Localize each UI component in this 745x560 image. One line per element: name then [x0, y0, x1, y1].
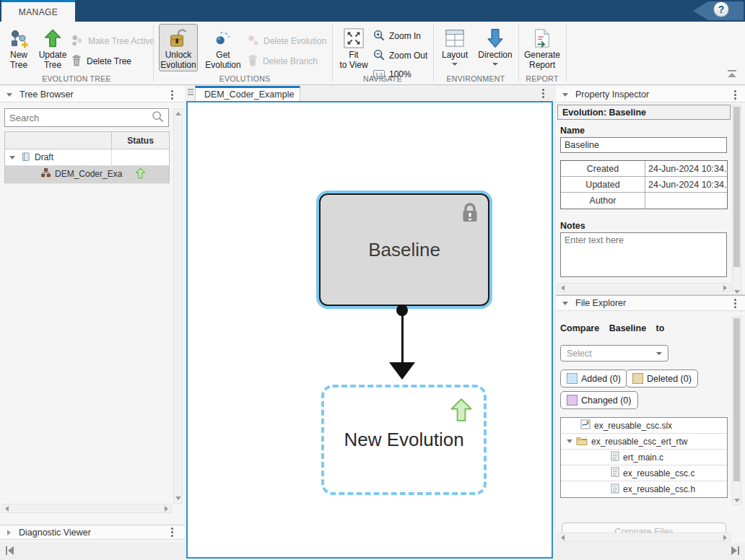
- evolution-canvas[interactable]: Baseline New Evolution: [186, 101, 553, 559]
- collapse-ribbon-arrow-icon: [728, 73, 736, 77]
- file-row-csc-c[interactable]: ex_reusable_csc.c: [561, 465, 727, 481]
- scroll-down-icon[interactable]: [734, 290, 740, 294]
- search-input[interactable]: [5, 113, 152, 123]
- file-row-csc-h[interactable]: ex_reusable_csc.h: [561, 481, 727, 497]
- generate-report-label-2: Report: [529, 60, 555, 70]
- name-input[interactable]: Baseline: [560, 137, 727, 153]
- changed-filter-button[interactable]: Changed (0): [560, 391, 638, 409]
- table-row: Author: [561, 193, 727, 209]
- generate-report-button[interactable]: Generate Report: [522, 24, 562, 71]
- notes-textarea[interactable]: [561, 233, 726, 276]
- collapse-file-explorer-icon[interactable]: [562, 302, 568, 305]
- deleted-swatch-icon: [632, 373, 643, 384]
- new-tree-button[interactable]: New Tree: [4, 24, 33, 71]
- direction-dropdown-button[interactable]: Direction: [475, 24, 515, 76]
- direction-label: Direction: [478, 50, 512, 60]
- scroll-right-icon[interactable]: [165, 506, 168, 512]
- get-evolution-button[interactable]: Get Evolution: [204, 24, 242, 71]
- scroll-right-icon[interactable]: [723, 535, 727, 541]
- expand-draft-icon[interactable]: [9, 156, 15, 159]
- delete-tree-button[interactable]: Delete Tree: [71, 53, 131, 69]
- section-evolution-tree: EVOLUTION TREE: [0, 74, 153, 83]
- section-navigate: NAVIGATE: [332, 74, 433, 83]
- unlock-evolution-button[interactable]: Unlock Evolution: [159, 24, 198, 71]
- diagnostic-viewer-title: Diagnostic Viewer: [19, 528, 91, 538]
- created-value: 24-Jun-2024 10:34...: [645, 161, 727, 176]
- fit-to-view-icon: [344, 27, 364, 50]
- scroll-left-icon[interactable]: [5, 506, 9, 512]
- file-row-ert-main[interactable]: ert_main.c: [561, 450, 727, 465]
- collapse-left-panel-icon[interactable]: [6, 546, 14, 555]
- tab-manage[interactable]: MANAGE: [1, 0, 75, 22]
- file-row-folder[interactable]: ex_reusable_csc_ert_rtw: [561, 434, 727, 450]
- author-value[interactable]: [645, 193, 727, 209]
- new-tree-label-1: New: [10, 50, 27, 60]
- baseline-node[interactable]: Baseline: [319, 193, 489, 306]
- scrollbar-thumb[interactable]: [733, 107, 740, 267]
- scroll-left-icon[interactable]: [561, 285, 565, 291]
- update-arrow-icon: [449, 396, 474, 426]
- help-button[interactable]: ?: [713, 1, 729, 17]
- status-updated-icon: [135, 167, 146, 181]
- right-bottom-strip: [556, 543, 745, 560]
- collapse-property-inspector-icon[interactable]: [562, 93, 568, 97]
- scrollbar-thumb[interactable]: [733, 318, 740, 481]
- file-name: ert_main.c: [623, 452, 663, 463]
- table-row: Created 24-Jun-2024 10:34...: [561, 161, 727, 177]
- tabbar-grip-icon[interactable]: [188, 89, 193, 95]
- changed-swatch-icon: [567, 395, 578, 406]
- collapse-right-panel-icon[interactable]: [731, 546, 739, 555]
- property-inspector-title: Property Inspector: [575, 89, 649, 100]
- document-tab[interactable]: DEM_Coder_Example: [195, 86, 300, 101]
- scroll-up-icon[interactable]: [175, 112, 181, 115]
- collapse-ribbon-button[interactable]: [726, 70, 738, 79]
- zoom-out-button[interactable]: Zoom Out: [373, 48, 427, 64]
- compare-word: to: [656, 323, 665, 333]
- scroll-right-icon[interactable]: [723, 285, 727, 291]
- scroll-down-icon[interactable]: [734, 499, 740, 502]
- property-inspector-hscrollbar[interactable]: [557, 283, 731, 292]
- tree-browser-menu-icon[interactable]: [171, 90, 173, 100]
- ribbon-divider: [566, 25, 567, 82]
- scroll-down-icon[interactable]: [175, 496, 181, 500]
- name-field-label: Name: [560, 126, 585, 136]
- tree-row-draft[interactable]: Draft: [5, 149, 169, 166]
- tree-browser-vscrollbar[interactable]: [173, 108, 183, 504]
- fit-to-view-button[interactable]: Fit to View: [338, 24, 370, 71]
- search-icon[interactable]: [152, 110, 164, 125]
- layout-caret-icon: [452, 63, 458, 66]
- new-evolution-node[interactable]: New Evolution: [321, 385, 487, 495]
- added-filter-button[interactable]: Added (0): [560, 369, 627, 388]
- expand-diagnostic-viewer-icon[interactable]: [7, 530, 11, 535]
- select-placeholder: Select: [567, 349, 592, 359]
- collapse-panel-icon[interactable]: [6, 93, 12, 97]
- property-inspector-menu-icon[interactable]: [734, 90, 736, 100]
- delete-branch-trash-icon: [247, 54, 258, 69]
- delete-branch-button[interactable]: Delete Branch: [247, 53, 318, 69]
- ribbon-divider: [433, 25, 434, 82]
- tree-column-status: Status: [112, 132, 169, 149]
- zoom-in-button[interactable]: Zoom In: [373, 28, 421, 44]
- simulink-model-icon: [580, 419, 591, 432]
- layout-label: Layout: [442, 50, 468, 60]
- property-inspector-vscrollbar[interactable]: [732, 105, 741, 297]
- layout-dropdown-button[interactable]: Layout: [437, 24, 472, 76]
- update-tree-button[interactable]: Update Tree: [36, 24, 69, 71]
- diagnostic-viewer-header: Diagnostic Viewer: [0, 525, 185, 540]
- tree-row-dem-coder[interactable]: DEM_Coder_Exa: [5, 166, 169, 183]
- file-explorer-menu-icon[interactable]: [734, 299, 736, 308]
- expand-folder-icon[interactable]: [567, 439, 572, 443]
- file-explorer-vscrollbar[interactable]: [732, 316, 741, 505]
- compare-select-dropdown[interactable]: Select: [560, 345, 668, 362]
- scroll-left-icon[interactable]: [561, 535, 565, 541]
- delete-evolution-button[interactable]: Delete Evolution: [247, 33, 326, 49]
- tree-browser-hscrollbar[interactable]: [1, 504, 172, 513]
- deleted-filter-button[interactable]: Deleted (0): [626, 369, 698, 388]
- canvas-menu-icon[interactable]: [542, 89, 544, 98]
- get-evolution-label-2: Evolution: [205, 60, 240, 70]
- file-explorer-hscrollbar[interactable]: [557, 533, 731, 542]
- tab-manage-label: MANAGE: [19, 7, 58, 17]
- make-tree-active-button[interactable]: Make Tree Active: [71, 33, 154, 49]
- file-row-slx[interactable]: ex_reusable_csc.slx: [561, 418, 727, 434]
- diagnostic-viewer-menu-icon[interactable]: [171, 528, 173, 537]
